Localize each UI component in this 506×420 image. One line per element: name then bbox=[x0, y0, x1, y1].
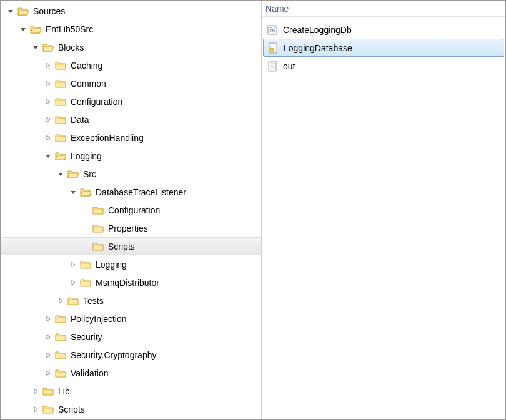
batch-file-icon bbox=[265, 24, 279, 36]
tree-item-validation[interactable]: Validation bbox=[1, 364, 261, 382]
folder-tree-panel[interactable]: SourcesEntLib50SrcBlocksCachingCommonCon… bbox=[1, 1, 262, 419]
folder-open-icon bbox=[79, 186, 92, 198]
tree-item-lib[interactable]: Lib bbox=[1, 382, 261, 400]
tree-item-label: Lib bbox=[58, 386, 70, 396]
folder-closed-icon bbox=[79, 276, 92, 289]
tree-item-label: Sources bbox=[33, 6, 65, 16]
expander-spacer bbox=[81, 242, 91, 252]
column-header-name[interactable]: Name bbox=[262, 1, 505, 17]
folder-closed-icon bbox=[42, 403, 54, 416]
folder-open-icon bbox=[29, 23, 42, 36]
chevron-down-icon[interactable] bbox=[31, 42, 41, 52]
file-list-panel: Name CreateLoggingDbLoggingDatabaseout bbox=[262, 1, 505, 419]
tree-item-policyinjection[interactable]: PolicyInjection bbox=[1, 310, 261, 328]
chevron-down-icon[interactable] bbox=[43, 151, 53, 161]
explorer-container: SourcesEntLib50SrcBlocksCachingCommonCon… bbox=[1, 1, 505, 419]
list-item-label: CreateLoggingDb bbox=[283, 25, 352, 35]
tree-item-label: Src bbox=[83, 169, 96, 179]
text-file-icon bbox=[265, 60, 279, 72]
chevron-right-icon[interactable] bbox=[31, 404, 41, 414]
folder-closed-icon bbox=[54, 77, 67, 90]
list-item-label: LoggingDatabase bbox=[284, 43, 352, 53]
chevron-right-icon[interactable] bbox=[43, 332, 53, 342]
chevron-right-icon[interactable] bbox=[43, 368, 53, 378]
tree-item-caching[interactable]: Caching bbox=[1, 56, 261, 74]
list-item[interactable]: CreateLoggingDb bbox=[262, 21, 505, 39]
folder-open-icon bbox=[42, 41, 54, 54]
folder-closed-icon bbox=[92, 204, 104, 217]
tree-item-scripts[interactable]: Scripts bbox=[1, 237, 261, 255]
folder-closed-icon bbox=[42, 385, 54, 398]
chevron-right-icon[interactable] bbox=[56, 296, 66, 306]
list-item-label: out bbox=[283, 61, 295, 71]
chevron-right-icon[interactable] bbox=[43, 79, 53, 89]
list-item[interactable]: LoggingDatabase bbox=[263, 39, 504, 57]
tree-item-scripts[interactable]: Scripts bbox=[1, 400, 261, 418]
tree-item-label: Configuration bbox=[108, 205, 160, 215]
tree-item-entlib50src[interactable]: EntLib50Src bbox=[1, 20, 261, 38]
tree-item-common[interactable]: Common bbox=[1, 74, 261, 92]
chevron-right-icon[interactable] bbox=[43, 133, 53, 143]
tree-item-security-cryptography[interactable]: Security.Cryptography bbox=[1, 346, 261, 364]
tree-item-label: ExceptionHandling bbox=[71, 133, 144, 143]
chevron-right-icon[interactable] bbox=[43, 61, 53, 71]
tree-item-label: Security.Cryptography bbox=[71, 350, 156, 360]
expander-spacer bbox=[81, 223, 91, 233]
folder-open-icon bbox=[67, 168, 79, 180]
tree-item-label: Configuration bbox=[71, 97, 122, 107]
tree-item-data[interactable]: Data bbox=[1, 110, 261, 129]
chevron-right-icon[interactable] bbox=[43, 115, 53, 125]
chevron-down-icon[interactable] bbox=[68, 187, 78, 197]
tree-item-label: Common bbox=[71, 79, 106, 89]
folder-closed-icon bbox=[67, 295, 79, 307]
tree-item-configuration[interactable]: Configuration bbox=[1, 92, 261, 110]
tree-item-tests[interactable]: Tests bbox=[1, 291, 261, 310]
folder-closed-icon bbox=[54, 331, 67, 343]
chevron-down-icon[interactable] bbox=[18, 24, 28, 34]
chevron-right-icon[interactable] bbox=[43, 97, 53, 107]
chevron-down-icon[interactable] bbox=[56, 169, 66, 179]
chevron-right-icon[interactable] bbox=[31, 386, 41, 396]
tree-item-logging[interactable]: Logging bbox=[1, 147, 261, 165]
column-header-label: Name bbox=[265, 4, 289, 14]
tree-item-label: Security bbox=[71, 332, 102, 342]
folder-closed-icon bbox=[79, 258, 92, 271]
chevron-right-icon[interactable] bbox=[68, 260, 78, 270]
tree-item-label: PolicyInjection bbox=[71, 314, 127, 324]
folder-closed-icon bbox=[54, 59, 67, 72]
chevron-right-icon[interactable] bbox=[43, 314, 53, 324]
tree-item-label: Properties bbox=[108, 223, 148, 233]
chevron-right-icon[interactable] bbox=[43, 350, 53, 360]
tree-item-label: Tests bbox=[83, 296, 104, 306]
folder-open-icon bbox=[17, 5, 29, 17]
tree-item-label: EntLib50Src bbox=[46, 24, 93, 34]
tree-item-properties[interactable]: Properties bbox=[1, 219, 261, 237]
folder-closed-icon bbox=[92, 240, 104, 253]
folder-closed-icon bbox=[92, 222, 104, 235]
tree-item-blocks[interactable]: Blocks bbox=[1, 38, 261, 56]
tree-item-databasetracelistener[interactable]: DatabaseTraceListener bbox=[1, 183, 261, 201]
tree-item-label: Blocks bbox=[58, 42, 84, 52]
tree-item-logging[interactable]: Logging bbox=[1, 255, 261, 273]
tree-item-label: Caching bbox=[71, 61, 102, 71]
tree-item-label: Logging bbox=[71, 151, 102, 161]
folder-closed-icon bbox=[54, 95, 67, 108]
tree-item-label: Data bbox=[71, 115, 89, 125]
tree-item-security[interactable]: Security bbox=[1, 328, 261, 346]
tree-item-msmqdistributor[interactable]: MsmqDistributor bbox=[1, 273, 261, 291]
tree-item-exceptionhandling[interactable]: ExceptionHandling bbox=[1, 129, 261, 147]
tree-item-sources[interactable]: Sources bbox=[1, 2, 261, 20]
list-item[interactable]: out bbox=[262, 57, 505, 75]
chevron-down-icon[interactable] bbox=[6, 6, 16, 16]
tree-item-label: Scripts bbox=[108, 242, 135, 252]
expander-spacer bbox=[81, 205, 91, 215]
tree-item-configuration[interactable]: Configuration bbox=[1, 201, 261, 219]
tree-item-src[interactable]: Src bbox=[1, 165, 261, 183]
tree-item-label: DatabaseTraceListener bbox=[96, 187, 186, 197]
chevron-right-icon[interactable] bbox=[68, 278, 78, 288]
tree-item-label: Logging bbox=[96, 260, 127, 270]
folder-closed-icon bbox=[54, 367, 67, 379]
tree-item-label: Scripts bbox=[58, 404, 85, 414]
svg-rect-5 bbox=[269, 61, 276, 71]
folder-open-icon bbox=[54, 150, 67, 162]
